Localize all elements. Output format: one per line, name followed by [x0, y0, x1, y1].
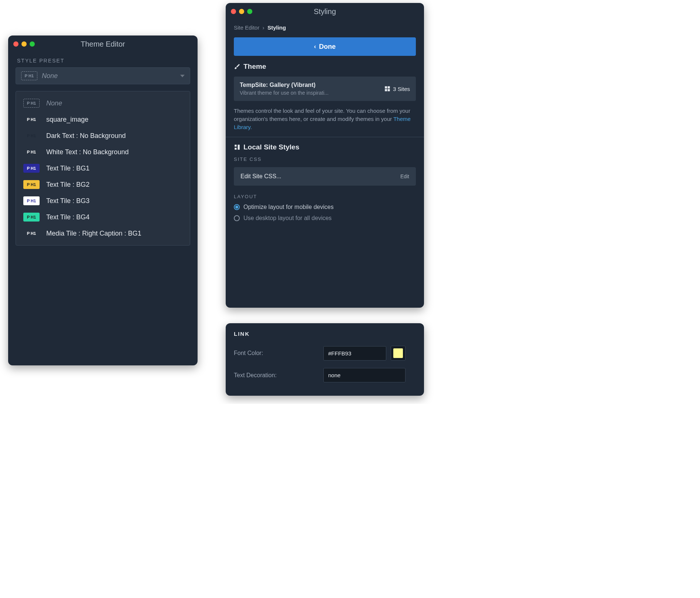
styling-window: Styling Site Editor › Styling ‹ Done The… [226, 3, 424, 308]
done-button[interactable]: ‹ Done [234, 37, 416, 56]
preset-badge-icon: P H1 [23, 180, 40, 189]
close-icon[interactable] [13, 41, 18, 47]
layout-option-mobile[interactable]: Optimize layout for mobile devices [226, 202, 424, 213]
preset-option[interactable]: P H1Text Tile : BG3 [16, 193, 190, 209]
titlebar: Styling [226, 3, 424, 20]
font-color-label: Font Color: [234, 350, 319, 357]
done-label: Done [319, 43, 336, 51]
style-preset-dropdown[interactable]: P H1 None [16, 67, 190, 84]
preset-selected-value: None [42, 72, 58, 80]
edit-site-css-row[interactable]: Edit Site CSS... Edit [234, 167, 416, 186]
preset-badge-icon: P H1 [23, 229, 40, 238]
preset-option-label: Media Tile : Right Caption : BG1 [46, 230, 141, 237]
preset-badge-icon: P H1 [23, 164, 40, 173]
style-preset-list[interactable]: P H1NoneP H1square_imageP H1Dark Text : … [16, 91, 190, 246]
preset-option[interactable]: P H1Media Tile : Right Caption : BG1 [16, 225, 190, 241]
preset-option-label: Text Tile : BG1 [46, 165, 90, 172]
edit-action: Edit [400, 173, 409, 179]
preset-option-label: square_image [46, 116, 88, 124]
chevron-left-icon: ‹ [314, 43, 316, 50]
site-css-label: SITE CSS [226, 154, 424, 164]
preset-option-label: Text Tile : BG3 [46, 197, 90, 205]
preset-option[interactable]: P H1Text Tile : BG4 [16, 209, 190, 225]
minimize-icon[interactable] [239, 9, 244, 14]
minimize-icon[interactable] [21, 41, 27, 47]
sites-count: 3 Sites [384, 85, 410, 92]
zoom-icon[interactable] [247, 9, 252, 14]
preset-option[interactable]: P H1square_image [16, 111, 190, 128]
grid-icon [384, 85, 391, 92]
preset-option[interactable]: P H1Dark Text : No Background [16, 128, 190, 144]
theme-card[interactable]: TempSite: Gallery (Vibrant) Vibrant them… [234, 77, 416, 101]
preset-option-label: None [46, 99, 62, 107]
preset-badge-icon: P H1 [23, 213, 40, 222]
window-title: Theme Editor [8, 40, 198, 48]
style-preset-label: STYLE PRESET [8, 53, 198, 67]
local-heading-text: Local Site Styles [243, 143, 299, 151]
chevron-down-icon [180, 75, 185, 77]
preset-option[interactable]: P H1Text Tile : BG1 [16, 160, 190, 176]
traffic-lights [13, 41, 35, 47]
preset-option-label: Text Tile : BG2 [46, 181, 90, 189]
theme-description: Vibrant theme for use on the inspirati..… [240, 90, 329, 96]
traffic-lights [231, 9, 252, 14]
text-decoration-row: Text Decoration: [226, 364, 424, 386]
preset-option[interactable]: P H1Text Tile : BG2 [16, 176, 190, 193]
preset-badge-icon: P H1 [23, 131, 40, 140]
link-panel: LINK Font Color: Text Decoration: [226, 323, 424, 396]
preset-badge-icon: P H1 [23, 148, 40, 156]
theme-name: TempSite: Gallery (Vibrant) [240, 82, 329, 88]
layout-label: LAYOUT [226, 192, 424, 202]
preset-badge-icon: P H1 [21, 71, 37, 80]
preset-badge-icon: P H1 [23, 115, 40, 124]
theme-heading-text: Theme [243, 62, 266, 71]
preset-option-label: White Text : No Background [46, 148, 129, 156]
font-color-row: Font Color: [226, 342, 424, 364]
text-decoration-input[interactable] [323, 368, 405, 382]
window-title: Styling [226, 7, 424, 16]
preset-option[interactable]: P H1White Text : No Background [16, 144, 190, 160]
breadcrumb-current: Styling [267, 24, 286, 31]
brush-icon [234, 63, 240, 70]
theme-section-heading: Theme [226, 62, 424, 74]
color-swatch-button[interactable] [391, 346, 405, 361]
layout-icon [234, 144, 240, 151]
preset-option[interactable]: P H1None [16, 95, 190, 111]
local-styles-heading: Local Site Styles [226, 143, 424, 154]
radio-selected-icon [234, 204, 240, 210]
preset-badge-icon: P H1 [23, 99, 40, 108]
breadcrumb: Site Editor › Styling [226, 20, 424, 34]
layout-opt1-label: Optimize layout for mobile devices [243, 204, 334, 210]
link-heading: LINK [226, 323, 424, 342]
help-text-body: Themes control the look and feel of your… [234, 108, 410, 122]
preset-option-label: Dark Text : No Background [46, 132, 126, 140]
preset-badge-icon: P H1 [23, 196, 40, 205]
sites-count-text: 3 Sites [393, 86, 410, 92]
text-decoration-label: Text Decoration: [234, 372, 319, 379]
zoom-icon[interactable] [30, 41, 35, 47]
layout-option-desktop[interactable]: Use desktop layout for all devices [226, 213, 424, 224]
layout-opt2-label: Use desktop layout for all devices [243, 215, 332, 222]
preset-option-label: Text Tile : BG4 [46, 213, 90, 221]
edit-css-text: Edit Site CSS... [240, 173, 281, 180]
theme-editor-window: Theme Editor STYLE PRESET P H1 None P H1… [8, 36, 198, 365]
titlebar: Theme Editor [8, 36, 198, 53]
color-swatch-icon [393, 348, 403, 358]
font-color-input[interactable] [323, 346, 386, 361]
close-icon[interactable] [231, 9, 236, 14]
breadcrumb-root[interactable]: Site Editor [234, 24, 259, 31]
breadcrumb-sep: › [263, 24, 265, 31]
theme-help-text: Themes control the look and feel of your… [226, 105, 424, 137]
radio-unselected-icon [234, 215, 240, 221]
theme-info: TempSite: Gallery (Vibrant) Vibrant them… [240, 82, 329, 96]
